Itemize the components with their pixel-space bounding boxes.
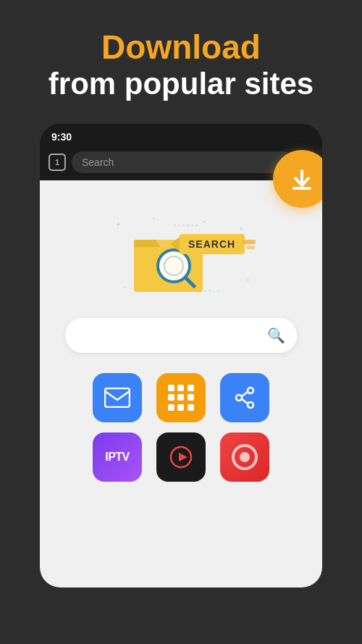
download-arrow-icon (288, 165, 316, 193)
mail-icon (104, 388, 130, 408)
svg-rect-20 (105, 388, 130, 407)
svg-text:×: × (246, 277, 250, 283)
app-icon-mail[interactable] (93, 373, 142, 422)
svg-rect-19 (246, 246, 255, 249)
music-inner-circle (240, 452, 250, 462)
svg-text:×: × (203, 219, 206, 225)
title-subtitle: from popular sites (49, 66, 313, 102)
svg-marker-27 (179, 453, 188, 461)
grid-icon (168, 385, 194, 411)
svg-line-24 (242, 392, 248, 396)
search-illustration: + × × + × - × (101, 209, 261, 304)
title-download: Download (101, 29, 261, 66)
tab-badge[interactable]: 1 (49, 154, 66, 171)
iptv-label: IPTV (105, 451, 130, 464)
svg-text:×: × (123, 284, 127, 290)
app-icon-grid[interactable] (156, 373, 206, 422)
app-icons-grid: IPTV (93, 373, 269, 482)
svg-rect-18 (243, 240, 256, 244)
app-icons-row-2: IPTV (93, 432, 269, 482)
svg-text:×: × (152, 215, 156, 222)
svg-text:+: + (239, 225, 243, 233)
browser-search-bar[interactable]: Search (72, 151, 294, 173)
search-placeholder-text: Search (82, 156, 114, 168)
header-section: Download from popular sites (0, 0, 362, 124)
app-icons-row-1 (93, 373, 269, 422)
svg-text:-: - (217, 286, 219, 294)
svg-text:SEARCH: SEARCH (188, 238, 235, 250)
svg-text:+: + (116, 219, 121, 230)
svg-point-23 (248, 402, 253, 408)
phone-mockup: 9:30 1 Search ↻ + × × + × - (40, 124, 322, 587)
svg-point-22 (236, 395, 242, 401)
play-icon (168, 444, 194, 470)
browser-content: + × × + × - × (40, 180, 322, 587)
status-time: 9:30 (51, 131, 72, 143)
svg-line-25 (242, 399, 248, 403)
app-icon-iptv[interactable]: IPTV (93, 432, 142, 482)
app-icon-music[interactable] (220, 432, 269, 482)
status-bar: 9:30 (40, 124, 322, 147)
app-icon-play[interactable] (156, 432, 206, 482)
search-magnify-icon: 🔍 (267, 327, 285, 344)
browser-search-input[interactable]: 🔍 (65, 318, 297, 353)
music-icon (232, 444, 258, 470)
svg-point-21 (248, 388, 253, 393)
app-icon-share[interactable] (220, 373, 269, 422)
share-icon (233, 386, 256, 409)
